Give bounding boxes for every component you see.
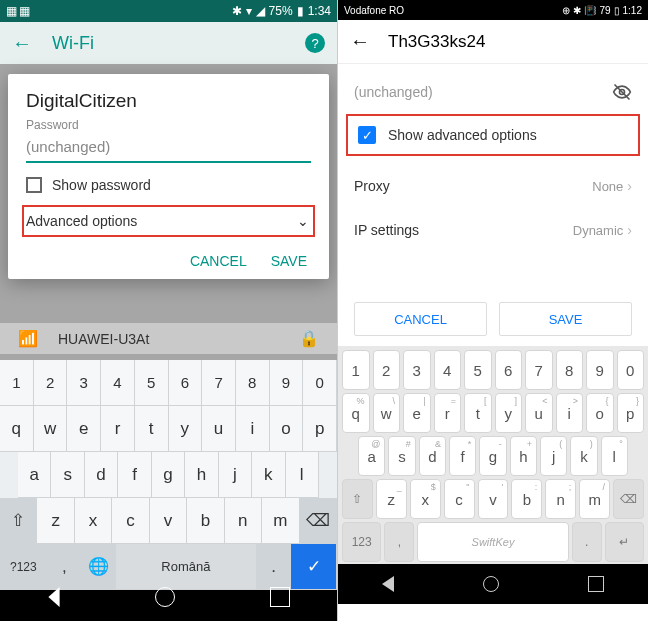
key-j[interactable]: j	[219, 452, 252, 498]
show-advanced-checkbox[interactable]: ✓ Show advanced options	[346, 114, 640, 156]
key-2[interactable]: 2	[34, 360, 68, 406]
password-input[interactable]: (unchanged)	[338, 72, 648, 112]
nav-back-icon[interactable]	[382, 576, 394, 592]
key-v[interactable]: v	[150, 498, 187, 544]
enter-key[interactable]: ↵	[605, 522, 644, 562]
key-6[interactable]: 6	[169, 360, 203, 406]
key-l[interactable]: l	[286, 452, 319, 498]
eye-off-icon[interactable]	[612, 82, 632, 102]
key-8[interactable]: 8	[556, 350, 584, 390]
key-h[interactable]: h	[185, 452, 218, 498]
key-a[interactable]: a	[18, 452, 51, 498]
key-p[interactable]: p}	[617, 393, 645, 433]
save-button[interactable]: SAVE	[271, 253, 307, 269]
key-r[interactable]: r=	[434, 393, 462, 433]
key-g[interactable]: g	[152, 452, 185, 498]
key-i[interactable]: i	[236, 406, 270, 452]
backspace-key[interactable]: ⌫	[613, 479, 644, 519]
key-1[interactable]: 1	[342, 350, 370, 390]
key-1[interactable]: 1	[0, 360, 34, 406]
key-q[interactable]: q%	[342, 393, 370, 433]
password-input[interactable]	[26, 134, 311, 163]
key-v[interactable]: v'	[478, 479, 509, 519]
key-z[interactable]: z_	[376, 479, 407, 519]
key-y[interactable]: y	[169, 406, 203, 452]
comma-key[interactable]: ,	[384, 522, 414, 562]
key-c[interactable]: c"	[444, 479, 475, 519]
key-q[interactable]: q	[0, 406, 34, 452]
key-5[interactable]: 5	[135, 360, 169, 406]
key-5[interactable]: 5	[464, 350, 492, 390]
shift-key[interactable]: ⇧	[342, 479, 373, 519]
back-arrow-icon[interactable]: ←	[12, 32, 32, 55]
key-y[interactable]: y]	[495, 393, 523, 433]
key-f[interactable]: f*	[449, 436, 476, 476]
back-arrow-icon[interactable]: ←	[350, 30, 370, 53]
key-8[interactable]: 8	[236, 360, 270, 406]
nav-recents-icon[interactable]	[270, 587, 290, 607]
space-key[interactable]: Română	[116, 544, 257, 590]
space-key[interactable]: SwiftKey	[417, 522, 568, 562]
nav-home-icon[interactable]	[483, 576, 499, 592]
advanced-options-dropdown[interactable]: Advanced options ⌄	[22, 205, 315, 237]
key-9[interactable]: 9	[270, 360, 304, 406]
key-6[interactable]: 6	[495, 350, 523, 390]
comma-key[interactable]: ,	[48, 544, 82, 590]
nav-home-icon[interactable]	[155, 587, 175, 607]
key-o[interactable]: o{	[586, 393, 614, 433]
key-0[interactable]: 0	[617, 350, 645, 390]
key-0[interactable]: 0	[303, 360, 337, 406]
key-4[interactable]: 4	[101, 360, 135, 406]
key-e[interactable]: e	[67, 406, 101, 452]
shift-key[interactable]: ⇧	[0, 498, 37, 544]
key-t[interactable]: t	[135, 406, 169, 452]
key-o[interactable]: o	[270, 406, 304, 452]
key-x[interactable]: x	[75, 498, 112, 544]
key-s[interactable]: s#	[388, 436, 415, 476]
key-3[interactable]: 3	[67, 360, 101, 406]
key-w[interactable]: w\	[373, 393, 401, 433]
key-b[interactable]: b	[187, 498, 224, 544]
key-j[interactable]: j(	[540, 436, 567, 476]
key-b[interactable]: b:	[511, 479, 542, 519]
key-r[interactable]: r	[101, 406, 135, 452]
key-4[interactable]: 4	[434, 350, 462, 390]
proxy-row[interactable]: Proxy None ›	[338, 164, 648, 208]
key-x[interactable]: x$	[410, 479, 441, 519]
key-g[interactable]: g-	[479, 436, 506, 476]
key-3[interactable]: 3	[403, 350, 431, 390]
key-s[interactable]: s	[51, 452, 84, 498]
keyboard[interactable]: 1 2 3 4 5 6 7 8 9 0 q w e r t y u i o p …	[0, 360, 337, 573]
symbols-key[interactable]: 123	[342, 522, 381, 562]
key-a[interactable]: a@	[358, 436, 385, 476]
key-m[interactable]: m	[262, 498, 299, 544]
key-z[interactable]: z	[37, 498, 74, 544]
key-w[interactable]: w	[34, 406, 68, 452]
key-2[interactable]: 2	[373, 350, 401, 390]
key-h[interactable]: h+	[510, 436, 537, 476]
key-e[interactable]: e|	[403, 393, 431, 433]
period-key[interactable]: .	[572, 522, 602, 562]
key-d[interactable]: d	[85, 452, 118, 498]
key-c[interactable]: c	[112, 498, 149, 544]
keyboard[interactable]: 1 2 3 4 5 6 7 8 9 0 q% w\ e| r= t[ y] u<…	[338, 346, 648, 564]
cancel-button[interactable]: CANCEL	[190, 253, 247, 269]
nav-back-icon[interactable]	[49, 587, 60, 607]
key-t[interactable]: t[	[464, 393, 492, 433]
globe-key[interactable]: 🌐	[82, 544, 116, 590]
key-m[interactable]: m/	[579, 479, 610, 519]
key-k[interactable]: k)	[570, 436, 597, 476]
key-n[interactable]: n	[225, 498, 262, 544]
key-i[interactable]: i>	[556, 393, 584, 433]
help-icon[interactable]: ?	[305, 33, 325, 53]
save-button[interactable]: SAVE	[499, 302, 632, 336]
key-l[interactable]: l°	[601, 436, 628, 476]
period-key[interactable]: .	[257, 544, 291, 590]
key-7[interactable]: 7	[202, 360, 236, 406]
ip-settings-row[interactable]: IP settings Dynamic ›	[338, 208, 648, 252]
key-9[interactable]: 9	[586, 350, 614, 390]
show-password-checkbox[interactable]: Show password	[26, 177, 311, 193]
key-u[interactable]: u	[202, 406, 236, 452]
symbols-key[interactable]: ?123	[0, 544, 48, 590]
key-d[interactable]: d&	[419, 436, 446, 476]
